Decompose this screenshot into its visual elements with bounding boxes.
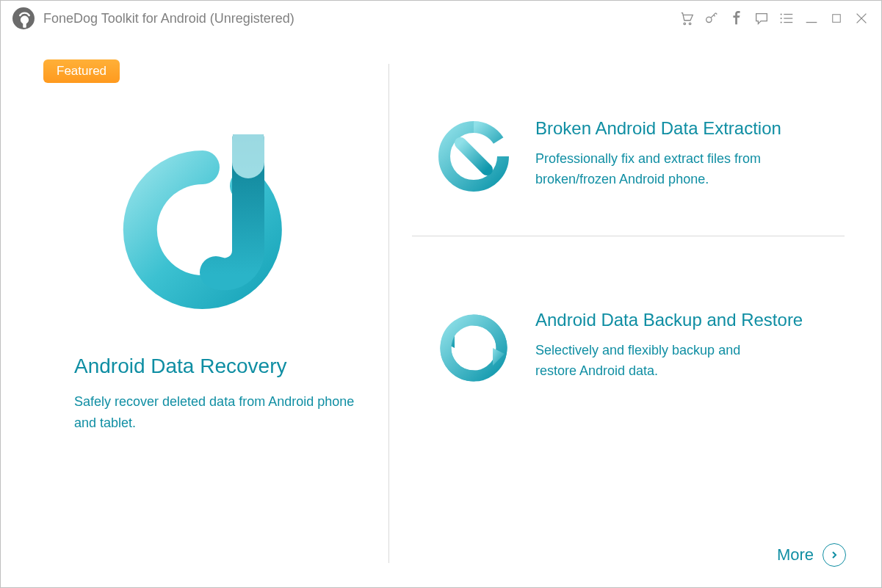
backup-restore-icon: [438, 313, 509, 383]
content-area: Featured: [1, 45, 881, 587]
app-logo-icon: [12, 7, 35, 29]
backup-restore-title: Android Data Backup and Restore: [535, 310, 845, 330]
more-label: More: [777, 545, 814, 565]
horizontal-divider: [412, 236, 845, 236]
right-panel: Broken Android Data Extraction Professio…: [412, 111, 845, 405]
cart-icon[interactable]: [674, 6, 699, 31]
svg-point-0: [684, 23, 686, 25]
vertical-divider: [388, 64, 389, 563]
app-title: FoneDog Toolkit for Android (Unregistere…: [43, 11, 294, 26]
more-button[interactable]: More: [777, 543, 846, 567]
chevron-right-icon: [823, 543, 846, 567]
svg-point-5: [781, 18, 782, 19]
data-recovery-title: Android Data Recovery: [74, 355, 375, 378]
feedback-icon[interactable]: [749, 6, 774, 31]
data-recovery-icon: [122, 134, 283, 325]
menu-icon[interactable]: [774, 6, 799, 31]
titlebar: FoneDog Toolkit for Android (Unregistere…: [1, 1, 881, 36]
broken-extraction-desc: Professionally fix and extract files fro…: [535, 149, 785, 190]
backup-restore-desc: Selectively and flexibly backup and rest…: [535, 341, 785, 382]
data-recovery-desc: Safely recover deleted data from Android…: [74, 391, 361, 434]
broken-extraction-item[interactable]: Broken Android Data Extraction Professio…: [412, 111, 845, 214]
svg-point-3: [781, 13, 782, 15]
svg-point-2: [706, 17, 712, 22]
minimize-button[interactable]: [799, 6, 824, 31]
app-window: FoneDog Toolkit for Android (Unregistere…: [0, 0, 882, 588]
backup-restore-item[interactable]: Android Data Backup and Restore Selectiv…: [412, 302, 845, 405]
broken-extraction-icon: [438, 121, 509, 192]
close-button[interactable]: [849, 6, 874, 31]
svg-point-1: [689, 23, 691, 25]
broken-extraction-title: Broken Android Data Extraction: [535, 118, 845, 139]
svg-point-7: [781, 21, 782, 23]
svg-rect-10: [833, 15, 841, 23]
maximize-button[interactable]: [824, 6, 849, 31]
featured-badge: Featured: [43, 59, 120, 83]
key-icon[interactable]: [699, 6, 724, 31]
facebook-icon[interactable]: [724, 6, 749, 31]
featured-panel[interactable]: Featured: [30, 59, 375, 434]
